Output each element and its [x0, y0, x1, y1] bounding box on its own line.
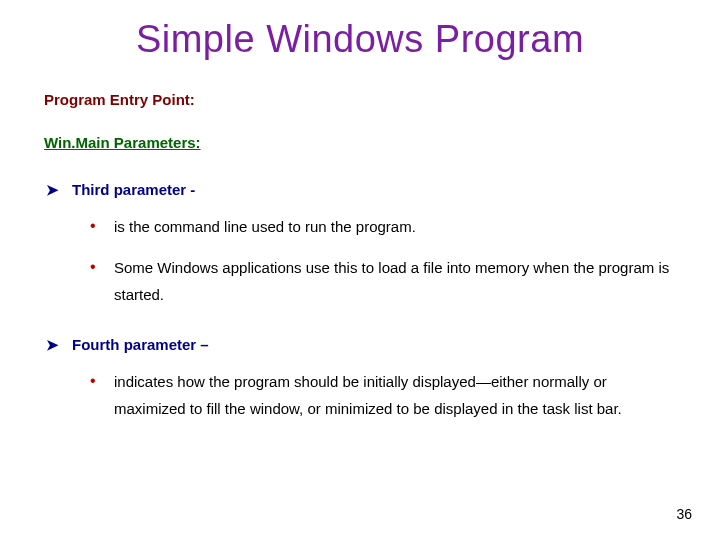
list-item-text: is the command line used to run the prog…	[114, 213, 676, 240]
list-item: • is the command line used to run the pr…	[90, 213, 676, 240]
bullet-icon: •	[90, 368, 102, 394]
param-fourth-heading-row: ➤ Fourth parameter –	[46, 336, 676, 354]
param-fourth-list: • indicates how the program should be in…	[90, 368, 676, 422]
bullet-icon: •	[90, 213, 102, 239]
slide: Simple Windows Program Program Entry Poi…	[0, 0, 720, 540]
arrow-icon: ➤	[46, 181, 62, 199]
list-item-text: indicates how the program should be init…	[114, 368, 676, 422]
slide-title: Simple Windows Program	[0, 0, 720, 69]
param-third-list: • is the command line used to run the pr…	[90, 213, 676, 308]
param-third-heading-row: ➤ Third parameter -	[46, 181, 676, 199]
list-item: • Some Windows applications use this to …	[90, 254, 676, 308]
slide-content: Program Entry Point: Win.Main Parameters…	[0, 69, 720, 422]
section-winmain-params: Win.Main Parameters:	[44, 134, 676, 151]
arrow-icon: ➤	[46, 336, 62, 354]
list-item-text: Some Windows applications use this to lo…	[114, 254, 676, 308]
section-entry-point: Program Entry Point:	[44, 91, 676, 108]
bullet-icon: •	[90, 254, 102, 280]
page-number: 36	[676, 506, 692, 522]
param-third-heading: Third parameter -	[72, 181, 195, 198]
list-item: • indicates how the program should be in…	[90, 368, 676, 422]
param-fourth-heading: Fourth parameter –	[72, 336, 209, 353]
